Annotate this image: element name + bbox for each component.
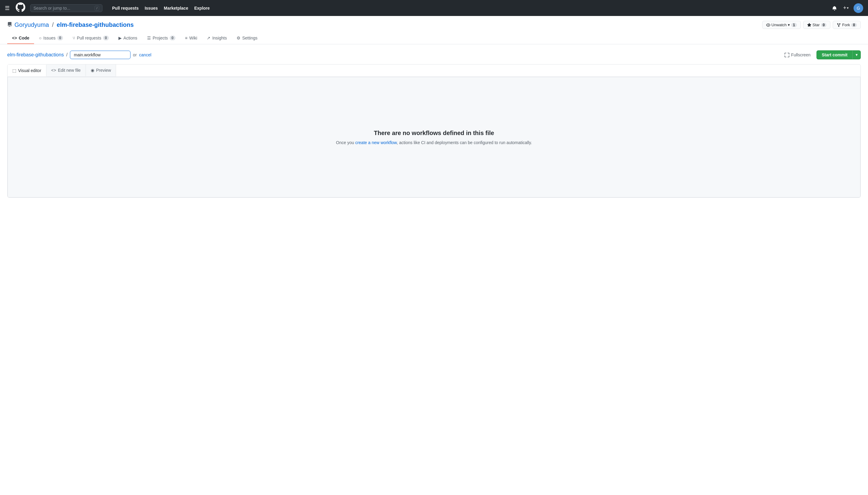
tab-issues[interactable]: ○ Issues 0 [34, 33, 68, 44]
repo-icon [7, 22, 12, 28]
wiki-icon: ≡ [185, 36, 188, 40]
cancel-link[interactable]: cancel [139, 52, 151, 57]
tab-pr-label: Pull requests [77, 36, 101, 40]
avatar[interactable]: G [853, 3, 863, 13]
pr-icon: ⑂ [73, 36, 75, 40]
tab-code-label: Code [19, 36, 29, 40]
tab-projects-label: Projects [153, 36, 168, 40]
nav-explore[interactable]: Explore [192, 4, 212, 12]
editor-content: There are no workflows defined in this f… [7, 77, 861, 198]
repo-owner-link[interactable]: Goryudyuma [15, 21, 49, 28]
watch-button[interactable]: Unwatch ▾ 1 [762, 21, 801, 29]
projects-icon: ☰ [147, 36, 151, 40]
notifications-wrapper [831, 4, 838, 12]
pr-badge: 0 [103, 36, 109, 40]
watch-count: 1 [791, 23, 797, 27]
desc-after: , actions like CI and deployments can be… [397, 140, 532, 145]
notifications-button[interactable] [831, 4, 838, 12]
search-input[interactable] [33, 6, 92, 11]
no-workflows-desc: Once you create a new workflow, actions … [336, 140, 532, 145]
navbar-actions: + ▾ G [831, 3, 863, 13]
fullscreen-label: Fullscreen [791, 52, 811, 57]
edit-file-label: Edit new file [58, 68, 81, 73]
start-commit-label: Start commit [817, 51, 853, 59]
tab-settings-label: Settings [242, 36, 258, 40]
edit-file-icon: <> [51, 68, 56, 73]
nav-issues[interactable]: Issues [142, 4, 160, 12]
star-button[interactable]: Star 0 [803, 21, 831, 29]
fullscreen-button[interactable]: Fullscreen [782, 51, 813, 59]
filename-input[interactable] [70, 51, 131, 59]
editor-toolbar-right: Fullscreen Start commit ▾ [782, 50, 861, 59]
tab-insights[interactable]: ↗ Insights [202, 33, 231, 44]
visual-editor-label: Visual editor [18, 68, 41, 73]
repo-path-separator: / [52, 21, 54, 28]
projects-badge: 0 [170, 36, 175, 40]
tab-settings[interactable]: ⚙ Settings [232, 33, 262, 44]
or-text: or [133, 52, 137, 57]
plus-caret-icon: ▾ [847, 6, 849, 10]
nav-pull-requests[interactable]: Pull requests [110, 4, 141, 12]
repo-header: Goryudyuma / elm-firebase-githubactions … [0, 16, 868, 44]
tab-pull-requests[interactable]: ⑂ Pull requests 0 [68, 33, 114, 44]
no-workflows-title: There are no workflows defined in this f… [374, 130, 494, 137]
issues-badge: 0 [57, 36, 63, 40]
editor-container: ⬚ Visual editor <> Edit new file ◉ Previ… [7, 64, 861, 198]
tab-actions-label: Actions [124, 36, 137, 40]
tab-visual-editor[interactable]: ⬚ Visual editor [7, 65, 47, 76]
tab-insights-label: Insights [212, 36, 227, 40]
tab-code[interactable]: <> Code [7, 33, 34, 44]
editor-tabs: ⬚ Visual editor <> Edit new file ◉ Previ… [7, 65, 861, 77]
navbar: ☰ / Pull requests Issues Marketplace Exp… [0, 0, 868, 16]
actions-icon: ▶ [119, 36, 122, 40]
issues-icon: ○ [39, 36, 41, 40]
repo-tabs: <> Code ○ Issues 0 ⑂ Pull requests 0 ▶ A… [7, 33, 861, 44]
github-logo[interactable] [16, 2, 25, 14]
watch-label: Unwatch [771, 23, 787, 27]
watch-caret: ▾ [788, 23, 790, 27]
create-workflow-link[interactable]: create a new workflow [355, 140, 397, 145]
start-commit-button[interactable]: Start commit ▾ [816, 50, 861, 59]
tab-edit-new-file[interactable]: <> Edit new file [47, 65, 86, 76]
hamburger-icon[interactable]: ☰ [5, 5, 10, 12]
repo-action-buttons: Unwatch ▾ 1 Star 0 Fork 0 [762, 21, 861, 29]
path-separator: / [66, 52, 68, 57]
plus-icon: + [843, 5, 846, 11]
search-slash: / [94, 6, 99, 11]
settings-icon: ⚙ [237, 36, 241, 40]
star-label: Star [813, 23, 820, 27]
preview-icon: ◉ [91, 68, 94, 73]
repo-breadcrumb-link[interactable]: elm-firebase-githubactions [7, 52, 64, 57]
tab-wiki-label: Wiki [189, 36, 197, 40]
nav-marketplace[interactable]: Marketplace [161, 4, 191, 12]
star-count: 0 [821, 23, 827, 27]
repo-name-link[interactable]: elm-firebase-githubactions [57, 21, 134, 28]
tab-preview[interactable]: ◉ Preview [86, 65, 116, 76]
tab-actions[interactable]: ▶ Actions [114, 33, 142, 44]
search-bar[interactable]: / [30, 4, 103, 12]
tab-wiki[interactable]: ≡ Wiki [180, 33, 202, 44]
repo-title-row: Goryudyuma / elm-firebase-githubactions … [7, 21, 861, 29]
editor-area: elm-firebase-githubactions / or cancel F… [0, 44, 868, 204]
code-icon: <> [12, 36, 17, 40]
tab-issues-label: Issues [44, 36, 55, 40]
fork-count: 0 [851, 23, 857, 27]
start-commit-caret-icon: ▾ [853, 51, 861, 59]
fork-label: Fork [842, 23, 850, 27]
navbar-links: Pull requests Issues Marketplace Explore [110, 4, 212, 12]
new-repo-button[interactable]: + ▾ [842, 4, 850, 12]
tab-projects[interactable]: ☰ Projects 0 [142, 33, 180, 44]
visual-editor-icon: ⬚ [12, 68, 16, 73]
preview-label: Preview [96, 68, 111, 73]
fork-button[interactable]: Fork 0 [833, 21, 861, 29]
file-path-row: elm-firebase-githubactions / or cancel F… [7, 50, 861, 59]
insights-icon: ↗ [207, 36, 210, 40]
desc-before: Once you [336, 140, 355, 145]
